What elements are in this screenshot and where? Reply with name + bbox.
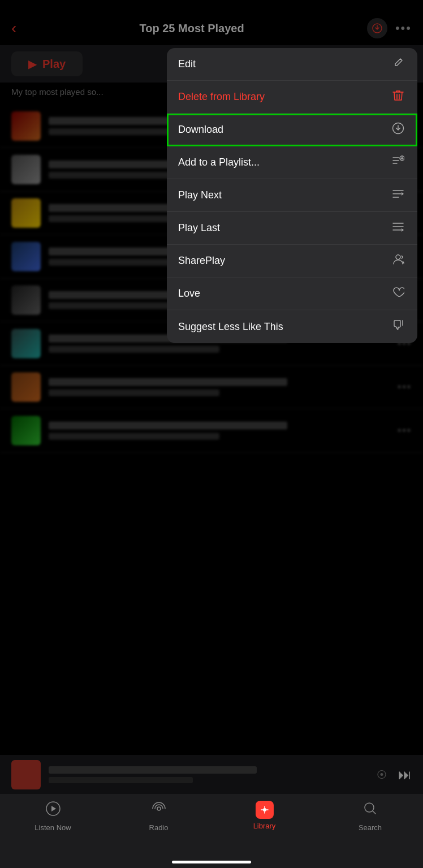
play-next-icon — [390, 189, 406, 202]
library-icon — [256, 801, 274, 819]
svg-point-4 — [157, 807, 161, 810]
thumbs-down-icon — [390, 319, 406, 335]
menu-item-love[interactable]: Love — [167, 277, 417, 310]
svg-point-5 — [263, 808, 266, 811]
menu-item-add-playlist[interactable]: Add to a Playlist... — [167, 146, 417, 179]
tab-bar: Listen Now Radio Library Search — [0, 795, 423, 868]
love-label: Love — [178, 288, 200, 300]
search-icon — [362, 801, 378, 821]
menu-item-delete[interactable]: Delete from Library — [167, 81, 417, 114]
radio-icon — [151, 801, 167, 821]
play-last-icon — [390, 222, 406, 235]
tab-search[interactable]: Search — [317, 801, 423, 832]
tab-library[interactable]: Library — [212, 801, 317, 830]
delete-label: Delete from Library — [178, 91, 265, 103]
radio-label: Radio — [149, 823, 169, 832]
play-next-label: Play Next — [178, 189, 222, 201]
menu-item-download[interactable]: Download — [167, 114, 417, 146]
add-playlist-icon — [390, 155, 406, 170]
context-menu: Edit Delete from Library Download Add to… — [167, 48, 417, 343]
play-last-label: Play Last — [178, 222, 220, 234]
menu-item-play-last[interactable]: Play Last — [167, 212, 417, 245]
menu-item-shareplay[interactable]: SharePlay — [167, 245, 417, 277]
menu-item-edit[interactable]: Edit — [167, 48, 417, 81]
tab-radio[interactable]: Radio — [106, 801, 212, 832]
tab-listen-now[interactable]: Listen Now — [0, 801, 106, 832]
edit-icon — [390, 57, 406, 71]
edit-label: Edit — [178, 58, 196, 70]
listen-now-icon — [45, 801, 61, 821]
shareplay-icon — [390, 254, 406, 268]
search-label: Search — [359, 823, 382, 832]
shareplay-label: SharePlay — [178, 255, 225, 267]
add-playlist-label: Add to a Playlist... — [178, 157, 260, 168]
menu-item-suggest-less[interactable]: Suggest Less Like This — [167, 310, 417, 343]
suggest-less-label: Suggest Less Like This — [178, 321, 283, 333]
listen-now-label: Listen Now — [34, 823, 71, 832]
download-icon — [390, 122, 406, 137]
download-label: Download — [178, 124, 223, 136]
delete-icon — [390, 89, 406, 105]
library-label: Library — [253, 822, 276, 830]
home-indicator — [172, 861, 251, 863]
love-icon — [390, 287, 406, 301]
menu-item-play-next[interactable]: Play Next — [167, 179, 417, 212]
